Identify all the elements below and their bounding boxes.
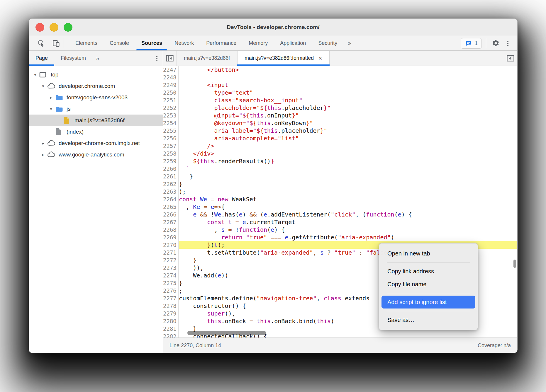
line-number[interactable]: 2272 [163,256,178,264]
code-line[interactable]: return "true" === e.getAttribute("aria-e… [179,234,517,241]
code-line[interactable]: } [179,180,517,188]
line-number[interactable]: 2260 [163,165,178,173]
line-number[interactable]: 2256 [163,134,178,142]
line-number[interactable]: 2281 [163,325,178,333]
code-line[interactable]: </div> [179,150,517,157]
line-number[interactable]: 2255 [163,127,178,134]
line-number[interactable]: 2258 [163,150,178,157]
menu-item-add-script-to-ignore-list[interactable]: Add script to ignore list [381,296,475,309]
tree-item-developer-chrome-com-imgix-net[interactable]: ▸developer-chrome-com.imgix.net [29,137,163,149]
sidebar-menu-button[interactable] [151,51,163,66]
caret-down-icon[interactable]: ▾ [47,106,55,112]
caret-right-icon[interactable]: ▸ [39,141,47,146]
editor-tab-1[interactable]: main.js?v=e382d86f [177,51,237,66]
vertical-scrollbar-thumb[interactable] [513,260,516,268]
menu-item-save-as-[interactable]: Save as… [379,313,478,326]
code-line[interactable]: aria-autocomplete="list" [179,134,517,142]
close-tab-icon[interactable]: × [318,55,322,62]
sidebar-tab-page[interactable]: Page [29,51,54,66]
zoom-window-button[interactable] [64,23,72,32]
code-line[interactable]: type="text" [179,89,517,96]
caret-down-icon[interactable]: ▾ [39,83,47,89]
line-number[interactable]: 2249 [163,81,178,89]
editor-tab-2[interactable]: main.js?v=e382d86f:formatted× [237,51,330,66]
line-number-gutter[interactable]: 2247224822492250225122522253225422552256… [163,66,179,338]
tab-application[interactable]: Application [274,36,312,50]
line-number[interactable]: 2278 [163,302,178,310]
code-line[interactable]: const t = e.currentTarget [179,218,517,226]
code-line[interactable]: </button> [179,66,517,74]
code-line[interactable]: ); [179,188,517,195]
line-number[interactable]: 2265 [163,203,178,211]
menu-item-copy-link-address[interactable]: Copy link address [379,265,478,278]
line-number[interactable]: 2282 [163,333,178,338]
tree-item-top[interactable]: ▾top [29,69,163,80]
code-line[interactable]: ${this.renderResults()} [179,157,517,165]
code-line[interactable]: e && !We.has(e) && (e.addEventListener("… [179,211,517,218]
line-number[interactable]: 2250 [163,89,178,96]
code-line[interactable] [179,74,517,81]
line-number[interactable]: 2263 [163,188,178,195]
line-number[interactable]: 2252 [163,104,178,112]
code-line[interactable]: const We = new WeakSet [179,195,517,203]
code-line[interactable]: } [179,173,517,180]
tree-item-developer-chrome-com[interactable]: ▾developer.chrome.com [29,80,163,92]
code-line[interactable]: , s = !function(e) { [179,226,517,234]
line-number[interactable]: 2271 [163,249,178,256]
close-window-button[interactable] [35,23,44,32]
code-line[interactable]: <input [179,81,517,89]
tree-item--index-[interactable]: (index) [29,126,163,137]
show-debugger-sidebar-button[interactable] [504,51,517,66]
line-number[interactable]: 2248 [163,74,178,81]
line-number[interactable]: 2268 [163,226,178,234]
line-number[interactable]: 2277 [163,294,178,302]
caret-right-icon[interactable]: ▸ [47,95,55,100]
menu-item-open-in-new-tab[interactable]: Open in new tab [379,247,478,260]
line-number[interactable]: 2247 [163,66,178,74]
line-number[interactable]: 2267 [163,218,178,226]
code-line[interactable]: @input="${this.onInput}" [179,112,517,119]
code-line[interactable]: /> [179,142,517,150]
line-number[interactable]: 2274 [163,272,178,279]
line-number[interactable]: 2251 [163,96,178,104]
tree-item-www-google-analytics-com[interactable]: ▸www.google-analytics.com [29,149,163,160]
line-number[interactable]: 2262 [163,180,178,188]
code-line[interactable]: connectedCallback() { [179,333,517,338]
line-number[interactable]: 2266 [163,211,178,218]
sidebar-tab-filesystem[interactable]: Filesystem [54,51,92,66]
tab-network[interactable]: Network [168,36,200,50]
line-number[interactable]: 2254 [163,119,178,127]
caret-right-icon[interactable]: ▸ [39,152,47,157]
tab-sources[interactable]: Sources [135,36,168,50]
caret-down-icon[interactable]: ▾ [31,72,39,77]
code-line[interactable]: @keydown="${this.onKeyDown}" [179,119,517,127]
issues-counter-button[interactable]: 1 [461,38,482,49]
menu-item-copy-file-name[interactable]: Copy file name [379,278,478,291]
code-line[interactable]: class="search-box__input" [179,96,517,104]
device-toolbar-button[interactable] [51,38,61,48]
code-line[interactable]: ` [179,165,517,173]
line-number[interactable]: 2276 [163,287,178,294]
minimize-window-button[interactable] [50,23,58,32]
tab-performance[interactable]: Performance [200,36,243,50]
code-line[interactable]: , Ke = e=>{ [179,203,517,211]
line-number[interactable]: 2275 [163,279,178,287]
code-line[interactable]: placeholder="${this.placeholder}" [179,104,517,112]
tab-security[interactable]: Security [312,36,343,50]
line-number[interactable]: 2280 [163,317,178,325]
inspect-element-button[interactable] [36,38,47,48]
line-number[interactable]: 2261 [163,173,178,180]
more-panels-button[interactable]: » [343,36,355,50]
tree-item-fonts-google-sans-v2003[interactable]: ▸fonts/google-sans-v2003 [29,92,163,103]
devtools-menu-button[interactable] [503,38,513,48]
line-number[interactable]: 2264 [163,195,178,203]
hide-navigator-button[interactable] [163,51,177,66]
line-number[interactable]: 2257 [163,142,178,150]
tree-item-main-js-v-e382d86f[interactable]: main.js?v=e382d86f [29,115,163,126]
line-number[interactable]: 2253 [163,112,178,119]
sidebar-more-tabs-button[interactable]: » [92,51,103,66]
settings-button[interactable] [490,38,501,48]
line-number[interactable]: 2273 [163,264,178,272]
tab-memory[interactable]: Memory [243,36,274,50]
line-number[interactable]: 2259 [163,157,178,165]
